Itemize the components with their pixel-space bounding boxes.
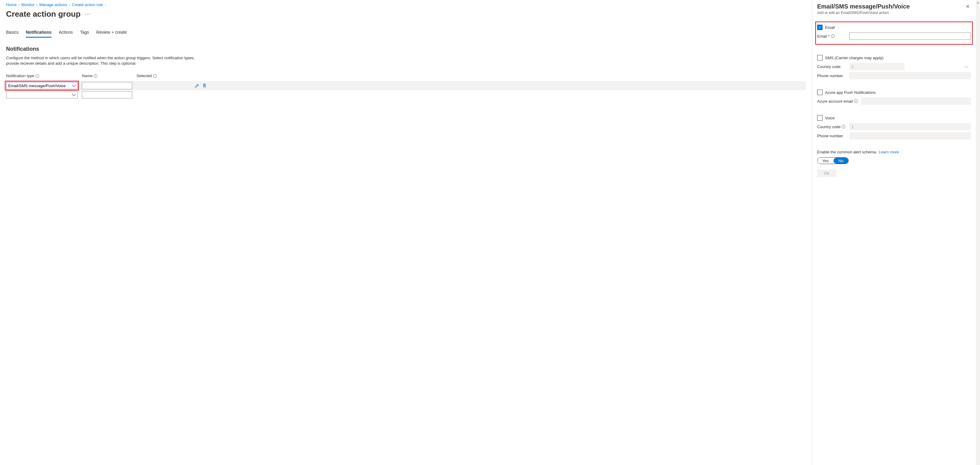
required-mark: * — [828, 34, 830, 38]
th-label: Selected — [137, 74, 152, 78]
phone-number-label: Phone number — [817, 134, 848, 138]
voice-country-code-input — [849, 123, 971, 130]
tab-bar: Basics Notifications Actions Tags Review… — [6, 28, 806, 38]
pane-title: Email/SMS message/Push/Voice — [817, 3, 910, 10]
sms-check-label: SMS (Carrier charges may apply) — [825, 56, 883, 60]
tab-basics[interactable]: Basics — [6, 28, 19, 38]
country-code-label: Country code i — [817, 125, 848, 129]
scrollbar[interactable]: ▲ — [976, 0, 980, 465]
more-actions-button[interactable]: ··· — [85, 11, 91, 17]
chevron-right-icon: › — [37, 3, 38, 7]
pane-header: Email/SMS message/Push/Voice Add or edit… — [812, 0, 976, 17]
table-row — [6, 90, 806, 99]
th-notification-type: Notification type i — [6, 74, 82, 78]
pane-body: ✓ Email Email * i SMS (Carrier charges m… — [812, 17, 976, 465]
info-icon[interactable]: i — [842, 125, 845, 128]
chevron-right-icon: › — [105, 3, 106, 7]
breadcrumb: Home › Monitor › Manage actions › Create… — [6, 2, 806, 7]
notification-type-select-wrap — [6, 82, 78, 89]
breadcrumb-create-action-rule[interactable]: Create action rule — [72, 2, 103, 7]
info-icon[interactable]: i — [831, 34, 835, 38]
sms-checkbox[interactable] — [817, 55, 822, 61]
email-highlight: ✓ Email Email * i — [815, 22, 973, 45]
close-icon[interactable]: ✕ — [964, 3, 971, 10]
tab-actions[interactable]: Actions — [59, 28, 73, 38]
breadcrumb-monitor[interactable]: Monitor — [21, 2, 34, 7]
sms-group: SMS (Carrier charges may apply) Country … — [817, 55, 971, 79]
tab-review-create[interactable]: Review + create — [97, 28, 127, 38]
sms-country-code-select — [849, 63, 904, 70]
voice-phone-input — [849, 132, 971, 139]
azure-account-email-label: Azure account email i — [817, 99, 859, 104]
notification-type-select-wrap — [6, 91, 78, 98]
pane-subtitle: Add or edit an Email/SMS/Push/Voice acti… — [817, 11, 910, 15]
table-row — [6, 81, 806, 90]
schema-toggle-no[interactable]: No — [834, 158, 848, 164]
email-input[interactable] — [849, 32, 971, 40]
voice-group: Voice Country code i Phone number — [817, 115, 971, 139]
schema-text: Enable the common alert schema. — [817, 150, 877, 154]
main-pane: Home › Monitor › Manage actions › Create… — [0, 0, 812, 465]
push-group: Azure app Push Notifications Azure accou… — [817, 89, 971, 105]
country-code-label: Country code — [817, 64, 848, 69]
notification-type-select[interactable] — [6, 82, 78, 89]
th-label: Notification type — [6, 74, 34, 78]
page-title-row: Create action group ··· — [6, 10, 806, 19]
th-selected: Selected i — [137, 74, 209, 78]
sms-phone-input — [849, 72, 971, 79]
azure-account-email-input — [861, 97, 971, 105]
tab-tags[interactable]: Tags — [80, 28, 89, 38]
chevron-right-icon: › — [19, 3, 20, 7]
push-check-label: Azure app Push Notifications — [825, 90, 876, 95]
email-checkbox[interactable]: ✓ — [817, 25, 822, 30]
notification-name-input[interactable] — [82, 91, 132, 98]
label-text: Country code — [817, 125, 840, 129]
info-icon[interactable]: i — [35, 74, 39, 78]
info-icon[interactable]: i — [153, 74, 157, 78]
scrollbar-track[interactable] — [976, 5, 980, 465]
push-checkbox[interactable] — [817, 89, 822, 95]
page-title: Create action group — [6, 10, 81, 19]
table-body — [6, 81, 806, 99]
th-label: Name — [82, 74, 92, 78]
email-field-label: Email * i — [817, 34, 848, 38]
side-pane: Email/SMS message/Push/Voice Add or edit… — [812, 0, 976, 465]
phone-number-label: Phone number — [817, 74, 848, 78]
label-text: Email — [817, 34, 827, 38]
delete-icon[interactable] — [202, 83, 207, 88]
email-group: ✓ Email Email * i — [817, 22, 971, 45]
label-text: Azure account email — [817, 99, 853, 104]
email-check-label: Email — [825, 25, 835, 30]
chevron-right-icon: › — [69, 3, 70, 7]
info-icon[interactable]: i — [94, 74, 97, 78]
ok-button[interactable]: OK — [817, 169, 836, 177]
section-description: Configure the method in which users will… — [6, 55, 206, 66]
breadcrumb-home[interactable]: Home — [6, 2, 17, 7]
notification-type-select[interactable] — [6, 91, 78, 98]
scroll-up-icon[interactable]: ▲ — [976, 0, 980, 5]
info-icon[interactable]: i — [854, 99, 858, 103]
schema-toggle-yes[interactable]: Yes — [818, 158, 834, 164]
learn-more-link[interactable]: Learn more — [879, 150, 899, 154]
tab-notifications[interactable]: Notifications — [26, 28, 52, 38]
notification-name-input[interactable] — [82, 82, 132, 89]
voice-check-label: Voice — [825, 116, 835, 120]
row-actions — [137, 83, 209, 88]
voice-checkbox[interactable] — [817, 115, 822, 121]
schema-row: Enable the common alert schema. Learn mo… — [817, 150, 971, 154]
th-name: Name i — [82, 74, 137, 78]
edit-icon[interactable] — [195, 83, 200, 88]
table-header: Notification type i Name i Selected i — [6, 74, 806, 78]
schema-toggle: Yes No — [817, 157, 849, 164]
breadcrumb-manage-actions[interactable]: Manage actions — [39, 2, 67, 7]
section-title: Notifications — [6, 46, 806, 52]
